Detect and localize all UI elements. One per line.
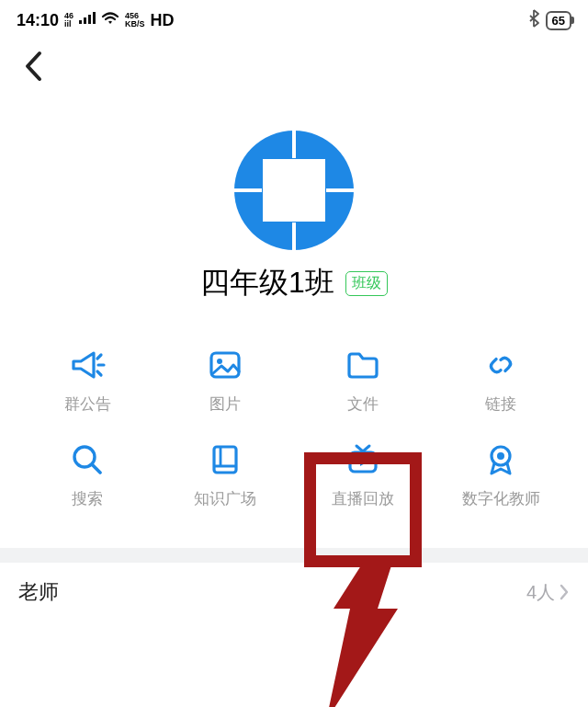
book-icon xyxy=(206,440,244,479)
grid-label: 数字化教师 xyxy=(462,488,540,509)
medal-icon xyxy=(481,440,520,479)
svg-rect-2 xyxy=(88,15,91,24)
function-grid: 群公告 图片 文件 链接 搜索 xyxy=(0,346,588,509)
chevron-right-icon xyxy=(559,583,570,601)
chevron-left-icon xyxy=(23,50,43,83)
main-content: 四年级1班 班级 群公告 图片 文件 链接 xyxy=(0,92,588,621)
svg-point-11 xyxy=(217,359,222,364)
back-button[interactable] xyxy=(15,48,51,85)
section-divider xyxy=(0,548,588,563)
link-icon xyxy=(481,346,520,384)
battery-indicator: 65 xyxy=(546,11,571,30)
tv-play-icon xyxy=(344,440,382,479)
grid-item-file[interactable]: 文件 xyxy=(294,346,432,415)
grid-item-search[interactable]: 搜索 xyxy=(18,440,156,509)
bluetooth-icon xyxy=(528,9,539,32)
network-speed: 456 KB/S xyxy=(125,12,145,29)
grid-label: 链接 xyxy=(485,393,516,415)
teacher-count: 4人 xyxy=(526,580,555,605)
grid-label: 搜索 xyxy=(72,488,103,509)
wifi-icon xyxy=(101,11,119,30)
status-bar: 14:10 46 iil 456 KB/S HD 65 xyxy=(0,0,588,40)
svg-rect-5 xyxy=(262,158,326,222)
grid-label: 图片 xyxy=(209,393,241,415)
svg-line-13 xyxy=(93,465,100,473)
teacher-row[interactable]: 老师 4人 xyxy=(0,563,588,621)
status-time: 14:10 xyxy=(17,11,59,30)
svg-rect-3 xyxy=(93,12,96,24)
svg-rect-1 xyxy=(84,17,86,24)
search-icon xyxy=(68,440,107,479)
class-avatar[interactable] xyxy=(234,131,354,250)
grid-label: 群公告 xyxy=(64,393,111,415)
network-4g-icon: 46 iil xyxy=(64,12,74,29)
nav-bar xyxy=(0,40,588,92)
grid-label: 直播回放 xyxy=(332,488,394,509)
signal-icon xyxy=(79,11,96,30)
status-right: 65 xyxy=(528,9,571,32)
class-title-row: 四年级1班 班级 xyxy=(200,263,388,303)
grid-item-link[interactable]: 链接 xyxy=(432,346,570,415)
grid-item-announcement[interactable]: 群公告 xyxy=(18,346,156,415)
image-icon xyxy=(206,346,244,384)
grid-label: 知识广场 xyxy=(194,488,256,509)
grid-item-digital-teacher[interactable]: 数字化教师 xyxy=(432,440,570,509)
folder-icon xyxy=(344,346,382,384)
svg-point-19 xyxy=(497,452,504,460)
svg-rect-14 xyxy=(214,447,236,473)
class-badge: 班级 xyxy=(345,271,388,296)
class-name: 四年级1班 xyxy=(200,263,334,303)
teacher-label: 老师 xyxy=(18,578,59,606)
grid-label: 文件 xyxy=(347,393,379,415)
svg-rect-0 xyxy=(79,20,82,24)
grid-item-live-replay[interactable]: 直播回放 xyxy=(294,440,432,509)
megaphone-icon xyxy=(68,346,107,384)
teacher-count-wrap: 4人 xyxy=(526,580,570,605)
svg-point-12 xyxy=(74,447,95,467)
grid-item-image[interactable]: 图片 xyxy=(156,346,294,415)
status-left: 14:10 46 iil 456 KB/S HD xyxy=(17,11,175,30)
hd-indicator: HD xyxy=(151,11,175,30)
grid-item-knowledge[interactable]: 知识广场 xyxy=(156,440,294,509)
